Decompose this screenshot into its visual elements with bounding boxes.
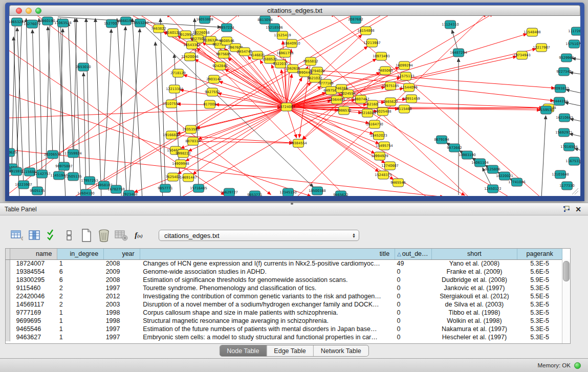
graph-node[interactable]: 15716485 (190, 184, 207, 192)
graph-node[interactable]: 7986532 (336, 106, 351, 115)
graph-node[interactable]: 90975887 (55, 162, 73, 170)
graph-node[interactable]: 7485063 (378, 67, 393, 75)
close-panel-button[interactable]: ✕ (575, 206, 581, 213)
graph-node[interactable]: 8813054 (257, 16, 272, 24)
function-builder-button[interactable]: f(x) (131, 229, 146, 242)
graph-node[interactable]: 11525419 (274, 31, 291, 39)
graph-node[interactable]: 9998222 (176, 149, 190, 158)
graph-node[interactable]: 9875685 (216, 50, 231, 58)
graph-node[interactable]: 1177330 (559, 182, 574, 190)
graph-node[interactable]: 20206576 (44, 150, 61, 159)
graph-node[interactable]: 10994929 (371, 152, 388, 160)
resize-grip-icon[interactable] (572, 188, 578, 194)
graph-node[interactable]: 12450122 (484, 185, 502, 193)
graph-node[interactable]: 14909948 (172, 160, 189, 168)
graph-node[interactable]: 1527007 (104, 19, 119, 28)
graph-node[interactable]: 3024554 (340, 90, 355, 98)
graph-node[interactable]: 12604100 (77, 189, 95, 196)
graph-node[interactable]: 9853771 (247, 191, 262, 196)
graph-node[interactable]: 12217907 (533, 43, 550, 52)
vertical-scrollbar[interactable] (562, 259, 570, 343)
graph-node[interactable]: 9857771 (158, 184, 172, 192)
network-canvas[interactable]: 1872400774638229160128991295418226058982… (9, 16, 580, 196)
graph-node[interactable]: 2903144 (206, 75, 221, 83)
graph-node[interactable]: 11544099 (400, 83, 418, 92)
graph-node[interactable]: 2087682 (348, 16, 363, 24)
graph-node[interactable]: 9505135 (30, 187, 45, 195)
graph-node[interactable]: 18500388 (309, 187, 326, 195)
graph-node[interactable]: 9427552 (205, 88, 220, 96)
graph-node[interactable]: 9115460 (397, 105, 411, 113)
graph-node[interactable]: 12216049 (359, 109, 376, 117)
graph-node[interactable]: 16629727 (221, 188, 238, 196)
column-header-pagerank[interactable]: pagerank (517, 249, 562, 259)
network-view[interactable]: 1872400774638229160128991295418226058982… (9, 16, 580, 196)
graph-node[interactable]: 12093832 (552, 84, 569, 93)
graph-node[interactable]: 16210643 (556, 114, 573, 122)
graph-node[interactable]: 7857224 (219, 24, 234, 32)
table-settings-button[interactable]: ⚙ (9, 229, 25, 242)
graph-node[interactable]: 7463822 (151, 25, 166, 33)
tab-node-table[interactable]: Node Table (220, 345, 266, 356)
graph-node[interactable]: 1465627 (383, 98, 398, 106)
table-row[interactable]: 2242004622012Investigating the contribut… (6, 292, 562, 300)
graph-node[interactable]: 2159538 (538, 106, 553, 114)
delete-entries-button[interactable] (96, 229, 112, 242)
graph-node[interactable]: 11172624 (568, 27, 580, 35)
graph-node[interactable]: 62160 (367, 100, 378, 108)
table-row[interactable]: 1938455462009Genome-wide association stu… (6, 268, 562, 276)
graph-node[interactable]: 9465622 (333, 191, 348, 196)
graph-node[interactable]: 11575133 (397, 72, 415, 80)
table-row[interactable]: 1456911722003Disruption of a novel membe… (6, 300, 562, 309)
graph-node[interactable]: 8679194 (434, 136, 449, 144)
table-row[interactable]: 911546021997Tourette syndrome. Phenomeno… (6, 284, 562, 292)
graph-node[interactable]: 2718129 (170, 69, 185, 77)
show-columns-button[interactable] (27, 229, 42, 242)
graph-node[interactable]: 17016504 (560, 143, 578, 151)
graph-node[interactable]: 16053809 (196, 16, 213, 24)
column-header-out_de[interactable]: △out_de… (395, 249, 432, 259)
delete-table-button[interactable] (114, 229, 129, 242)
create-table-button[interactable] (79, 229, 94, 242)
row-height-button[interactable] (61, 229, 77, 242)
graph-node[interactable]: 9227349 (556, 68, 571, 76)
graph-node[interactable]: 7625402 (165, 173, 180, 181)
column-header-in_degree[interactable]: in_degree (57, 249, 104, 259)
graph-node[interactable]: 9860190 (40, 17, 55, 25)
graph-node[interactable]: 917008 (203, 100, 216, 108)
column-header-name[interactable]: name (10, 249, 57, 259)
graph-node[interactable]: 7955812 (303, 57, 318, 65)
graph-node[interactable]: 2653010 (76, 63, 91, 71)
graph-node[interactable]: 9465546 (390, 179, 405, 187)
graph-node[interactable]: 11063528 (54, 19, 72, 27)
graph-node[interactable]: 12103648 (552, 170, 569, 179)
table-row[interactable]: 946362711997Embryonic stem cells: a mode… (6, 333, 562, 341)
column-header-year[interactable]: year (104, 249, 140, 259)
panel-splitter-handle[interactable] (291, 203, 293, 205)
scrollbar-thumb[interactable] (563, 261, 570, 281)
graph-node[interactable]: 10973493 (373, 52, 390, 60)
graph-node[interactable]: 9329966 (559, 54, 574, 62)
graph-node[interactable]: 9242845 (212, 62, 227, 70)
graph-node[interactable]: 10553287 (132, 19, 149, 27)
graph-node[interactable]: 12740607 (381, 162, 399, 170)
graph-node[interactable]: 12213384 (166, 85, 183, 93)
tab-edge-table[interactable]: Edge Table (266, 345, 313, 356)
graph-node[interactable]: 16487294 (450, 49, 467, 57)
graph-node[interactable]: 10107552 (163, 100, 180, 108)
graph-node[interactable]: 19734943 (513, 51, 531, 59)
graph-node[interactable]: 18452023 (370, 132, 387, 140)
graph-node[interactable]: 10653287 (9, 18, 26, 26)
graph-node[interactable]: 12345150 (279, 188, 297, 196)
graph-node[interactable]: 10951459 (403, 95, 420, 103)
graph-node[interactable]: 2520625 (9, 148, 17, 157)
graph-node[interactable]: 15751074 (565, 40, 580, 48)
graph-node[interactable]: 10223907 (15, 181, 32, 189)
graph-node[interactable]: 10983190 (459, 151, 476, 159)
graph-node[interactable]: 15248375 (375, 171, 392, 179)
tab-network-table[interactable]: Network Table (313, 345, 368, 356)
float-panel-button[interactable] (563, 206, 570, 212)
table-row[interactable]: 969969511998Structural magnetic resonanc… (6, 317, 562, 325)
column-header-title[interactable]: title (140, 249, 395, 259)
table-row[interactable]: 1830029562008Estimation of significance … (6, 276, 562, 284)
